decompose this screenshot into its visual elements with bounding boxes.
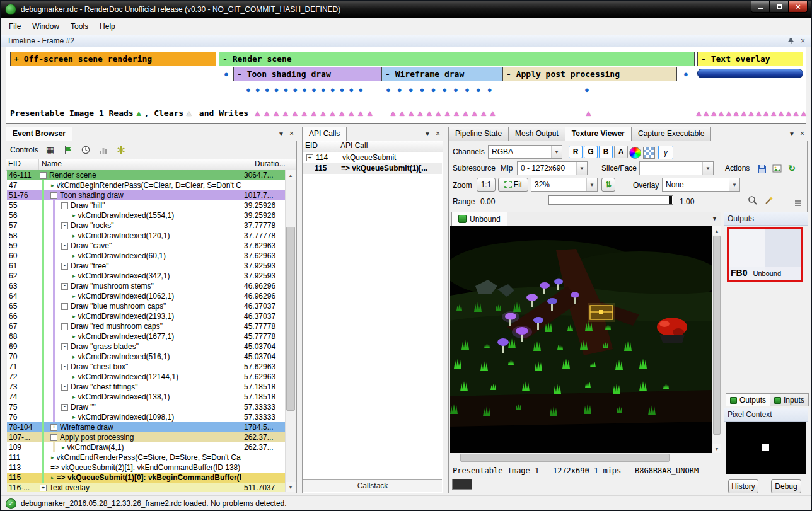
event-row[interactable]: 72▸vkCmdDrawIndexed(12144,1)57.62963 <box>7 372 286 382</box>
event-row[interactable]: 115▸=> vkQueueSubmit(1)[0]: vkBeginComma… <box>7 473 286 483</box>
event-row[interactable]: 75-Draw ""57.33333 <box>7 402 286 412</box>
col-duration[interactable]: Duratio... <box>252 159 296 170</box>
api-call-row[interactable]: 115=> vkQueueSubmit(1)[... <box>303 163 442 174</box>
fb0-thumbnail[interactable]: FB0 Unbound <box>727 227 803 282</box>
tab-mesh-output[interactable]: Mesh Output <box>508 127 566 141</box>
pixel-context-canvas[interactable] <box>726 422 806 474</box>
maximize-button[interactable] <box>770 1 789 13</box>
timer-icon[interactable] <box>80 144 91 156</box>
tree-expander[interactable]: - <box>61 243 68 250</box>
panel-menu-icon[interactable]: ▼ <box>424 130 431 137</box>
mip-select[interactable]: 0 - 1272x690▼ <box>517 161 588 175</box>
panel-menu-icon[interactable]: ▼ <box>278 130 284 137</box>
event-row[interactable]: 78-104+Wireframe draw1784.5... <box>7 422 286 432</box>
tab-inputs[interactable]: Inputs <box>770 393 809 406</box>
event-row[interactable]: 59-Draw "cave"37.62963 <box>7 241 286 251</box>
event-row[interactable]: 107-...-Apply post processing262.37... <box>7 432 286 442</box>
tree-expander[interactable]: - <box>61 323 68 330</box>
usage-triangles[interactable]: ▲ <box>584 109 593 117</box>
channel-b-button[interactable]: B <box>599 146 613 158</box>
texture-tab-unbound[interactable]: Unbound <box>451 212 508 226</box>
menu-window[interactable]: Window <box>26 20 65 33</box>
alpha-checker-icon[interactable] <box>643 147 655 159</box>
tab-capture-executable[interactable]: Capture Executable <box>631 127 711 141</box>
usage-triangles[interactable]: ▲▲▲▲▲▲▲▲▲▲▲▲▲▲▲ <box>695 109 807 117</box>
tree-expander[interactable]: - <box>61 404 68 411</box>
tree-expander[interactable]: - <box>61 222 68 229</box>
texture-vscrollbar[interactable]: ▲ ▼ <box>712 226 721 453</box>
minimize-button[interactable] <box>751 1 770 13</box>
event-row[interactable]: 70▸vkCmdDrawIndexed(516,1)45.03704 <box>7 352 286 362</box>
stats-icon[interactable] <box>98 144 109 156</box>
tree-expander[interactable]: - <box>61 384 68 391</box>
flip-y-button[interactable]: ⇅ <box>601 178 615 192</box>
event-row[interactable]: 113=> vkQueueSubmit(2)[1]: vkEndCommandB… <box>7 462 286 473</box>
channel-r-button[interactable]: R <box>569 146 583 158</box>
timeline-activity-bar[interactable] <box>697 69 803 78</box>
panel-menu-icon[interactable]: ▼ <box>789 130 795 137</box>
history-button[interactable]: History <box>728 479 758 493</box>
channel-g-button[interactable]: G <box>584 146 598 158</box>
tree-expander[interactable]: - <box>50 434 57 441</box>
timeline-bar-render-scene[interactable]: - Render scene <box>219 52 695 66</box>
channels-select[interactable]: RGBA▼ <box>488 145 562 159</box>
event-row[interactable]: 57-Draw "rocks"37.77778 <box>7 221 286 231</box>
channel-a-button[interactable]: A <box>614 146 628 158</box>
event-row[interactable]: 47▸vkCmdBeginRenderPass(C=Clear, D=Clear… <box>7 180 286 190</box>
range-slider-thumb[interactable] <box>669 196 672 204</box>
event-browser-scrollbar[interactable]: ▲ ▼ <box>285 170 296 492</box>
api-call-row[interactable]: +114vkQueueSubmit <box>303 152 442 163</box>
event-row[interactable]: 46-111-Render scene3064.7... <box>7 170 286 180</box>
scroll-up-icon[interactable]: ▲ <box>712 226 721 235</box>
event-row[interactable]: 55-Draw "hill"39.25926 <box>7 200 286 210</box>
timeline-draw-dot-postproc[interactable]: ● <box>584 86 589 94</box>
timeline-close-icon[interactable]: × <box>801 37 805 45</box>
event-row[interactable]: 65-Draw "blue mushroom caps"46.37037 <box>7 301 286 311</box>
tree-expander[interactable]: - <box>61 343 68 350</box>
close-button[interactable]: × <box>789 1 808 13</box>
tree-expander[interactable]: - <box>61 202 68 209</box>
timeline-bar-offscreen[interactable]: + Off-screen scene rendering <box>10 52 216 66</box>
event-row[interactable]: 67-Draw "red mushroom caps"45.77778 <box>7 321 286 331</box>
refresh-icon[interactable]: ↻ <box>786 162 798 175</box>
tree-expander[interactable]: + <box>306 154 313 161</box>
timeline-event-dot[interactable]: ● <box>683 70 688 78</box>
timeline-bar-text-overlay[interactable]: - Text overlay <box>697 52 803 66</box>
zoom-range-icon[interactable] <box>746 194 759 207</box>
scrollbar-thumb[interactable] <box>286 227 295 411</box>
menu-file[interactable]: File <box>3 20 26 33</box>
timeline-bar-toon[interactable]: - Toon shading draw <box>233 67 381 81</box>
callstack-section[interactable]: Callstack <box>303 479 442 492</box>
tree-expander[interactable]: - <box>61 283 68 290</box>
usage-triangles[interactable]: ▲▲▲▲▲▲▲▲▲▲▲▲▲ <box>253 109 375 117</box>
event-row[interactable]: 56▸vkCmdDrawIndexed(1554,1)39.25926 <box>7 210 286 221</box>
tree-expander[interactable]: - <box>40 172 47 179</box>
texture-list-dropdown-icon[interactable]: ▼ <box>712 215 717 222</box>
color-wheel-icon[interactable] <box>629 147 641 159</box>
event-row[interactable]: 111▸vkCmdEndRenderPass(C=Store, D=Store,… <box>7 452 286 462</box>
event-row[interactable]: 51-76-Toon shading draw1017.7... <box>7 190 286 200</box>
usage-triangles[interactable]: ▲▲▲▲▲▲▲▲▲▲▲▲ <box>389 109 497 117</box>
panel-close-icon[interactable]: × <box>436 129 440 138</box>
event-row[interactable]: 66▸vkCmdDrawIndexed(2193,1)46.37037 <box>7 311 286 321</box>
tree-expander[interactable]: - <box>61 303 68 310</box>
tree-expander[interactable]: - <box>50 192 57 199</box>
event-row[interactable]: 69-Draw "grass blades"45.03704 <box>7 342 286 352</box>
timeline-bar-postproc[interactable]: - Apply post processing <box>502 67 677 81</box>
timeline-draw-dots-wireframe[interactable]: ●●●●●●●●●● <box>386 86 499 94</box>
range-options-icon[interactable] <box>792 197 804 209</box>
debug-button[interactable]: Debug <box>771 479 801 493</box>
event-row[interactable]: 109▸vkCmdDraw(4,1)262.37... <box>7 442 286 452</box>
tree-expander[interactable]: - <box>61 364 68 370</box>
tree-expander[interactable]: + <box>50 424 57 431</box>
tab-texture-viewer[interactable]: Texture Viewer <box>565 127 632 141</box>
panel-close-icon[interactable]: × <box>289 129 294 138</box>
event-row[interactable]: 116-...+Text overlay511.7037 <box>7 483 286 492</box>
fit-button[interactable]: Fit <box>498 178 528 192</box>
col-name[interactable]: Name <box>39 159 252 170</box>
col-eid[interactable]: EID <box>6 159 39 170</box>
range-slider[interactable] <box>548 195 673 205</box>
col-api-call[interactable]: API Call <box>339 141 443 152</box>
scroll-up-icon[interactable]: ▲ <box>286 170 296 180</box>
event-row[interactable]: 68▸vkCmdDrawIndexed(1677,1)45.77778 <box>7 331 286 342</box>
